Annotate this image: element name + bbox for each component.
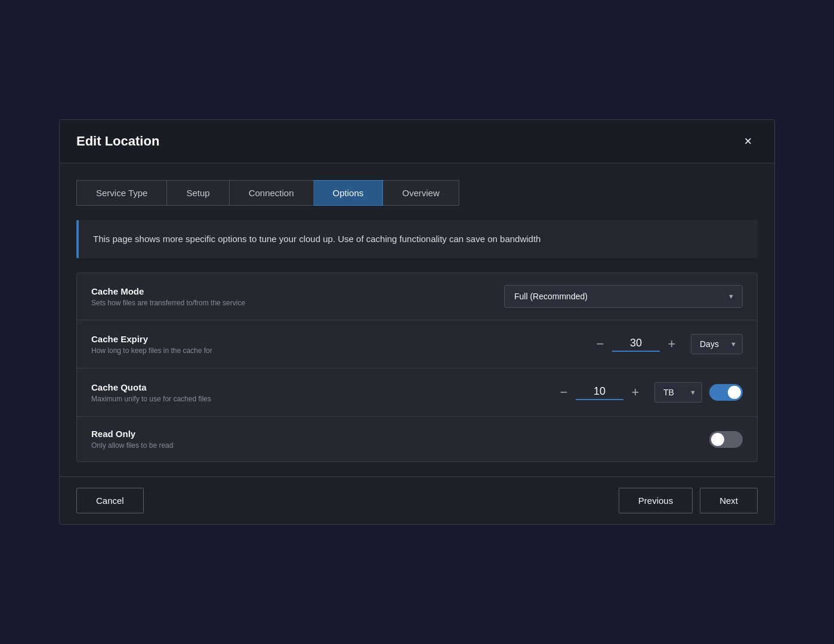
dialog-footer: Cancel Previous Next: [60, 476, 774, 524]
info-text: This page shows more specific options to…: [93, 232, 743, 246]
dialog-header: Edit Location ×: [60, 120, 774, 163]
cache-quota-row: Cache Quota Maximum unify to use for cac…: [77, 369, 757, 417]
cache-expiry-desc: How long to keep files in the cache for: [91, 346, 588, 355]
cache-quota-increment-button[interactable]: +: [623, 380, 647, 404]
tab-setup[interactable]: Setup: [167, 180, 229, 206]
read-only-toggle-slider: [709, 431, 743, 448]
cache-quota-label-group: Cache Quota Maximum unify to use for cac…: [91, 382, 552, 403]
cache-quota-control: − 10 + TB GB MB: [552, 380, 743, 404]
cache-quota-unit-select[interactable]: TB GB MB: [654, 382, 702, 402]
cache-quota-toggle[interactable]: [709, 384, 743, 401]
dialog-title: Edit Location: [76, 134, 159, 149]
cache-quota-toggle-slider: [709, 384, 743, 401]
read-only-label: Read Only: [91, 429, 709, 439]
info-box: This page shows more specific options to…: [76, 220, 758, 258]
cache-expiry-unit-select[interactable]: Days Hours Weeks: [691, 334, 743, 354]
dialog-body: This page shows more specific options to…: [60, 206, 774, 476]
cache-expiry-row: Cache Expiry How long to keep files in t…: [77, 320, 757, 369]
cache-quota-stepper: − 10 +: [552, 380, 647, 404]
cancel-button[interactable]: Cancel: [76, 488, 144, 513]
cache-mode-desc: Sets how files are transferred to/from t…: [91, 299, 504, 307]
read-only-toggle[interactable]: [709, 431, 743, 448]
edit-location-dialog: Edit Location × Service Type Setup Conne…: [59, 119, 775, 525]
cache-mode-row: Cache Mode Sets how files are transferre…: [77, 273, 757, 320]
close-button[interactable]: ×: [739, 132, 758, 151]
cache-mode-select[interactable]: Full (Recommnded) Minimal Off: [504, 285, 743, 308]
tab-service-type[interactable]: Service Type: [76, 180, 167, 206]
tab-connection[interactable]: Connection: [230, 180, 314, 206]
previous-button[interactable]: Previous: [619, 488, 693, 513]
cache-mode-control: Full (Recommnded) Minimal Off: [504, 285, 743, 308]
cache-quota-decrement-button[interactable]: −: [552, 380, 576, 404]
cache-quota-label: Cache Quota: [91, 382, 552, 392]
cache-mode-select-wrapper: Full (Recommnded) Minimal Off: [504, 285, 743, 308]
next-button[interactable]: Next: [700, 488, 758, 513]
cache-expiry-decrement-button[interactable]: −: [588, 332, 612, 356]
read-only-control: [709, 431, 743, 448]
cache-mode-label: Cache Mode: [91, 286, 504, 296]
read-only-desc: Only allow files to be read: [91, 441, 709, 450]
cache-expiry-label: Cache Expiry: [91, 334, 588, 344]
cache-expiry-value: 30: [612, 337, 660, 352]
cache-mode-label-group: Cache Mode Sets how files are transferre…: [91, 286, 504, 307]
read-only-label-group: Read Only Only allow files to be read: [91, 429, 709, 450]
cache-quota-unit-wrapper: TB GB MB: [654, 382, 702, 402]
read-only-row: Read Only Only allow files to be read: [77, 417, 757, 462]
cache-expiry-increment-button[interactable]: +: [660, 332, 684, 356]
cache-expiry-unit-wrapper: Days Hours Weeks: [691, 334, 743, 354]
cache-quota-value: 10: [576, 385, 623, 400]
options-container: Cache Mode Sets how files are transferre…: [76, 273, 758, 462]
cache-expiry-control: − 30 + Days Hours Weeks: [588, 332, 743, 356]
cache-quota-desc: Maximum unify to use for cached files: [91, 395, 552, 403]
cache-expiry-label-group: Cache Expiry How long to keep files in t…: [91, 334, 588, 355]
tab-options[interactable]: Options: [314, 180, 384, 206]
tab-overview[interactable]: Overview: [383, 180, 459, 206]
footer-right: Previous Next: [619, 488, 758, 513]
tabs-container: Service Type Setup Connection Options Ov…: [60, 163, 774, 206]
cache-expiry-stepper: − 30 +: [588, 332, 684, 356]
